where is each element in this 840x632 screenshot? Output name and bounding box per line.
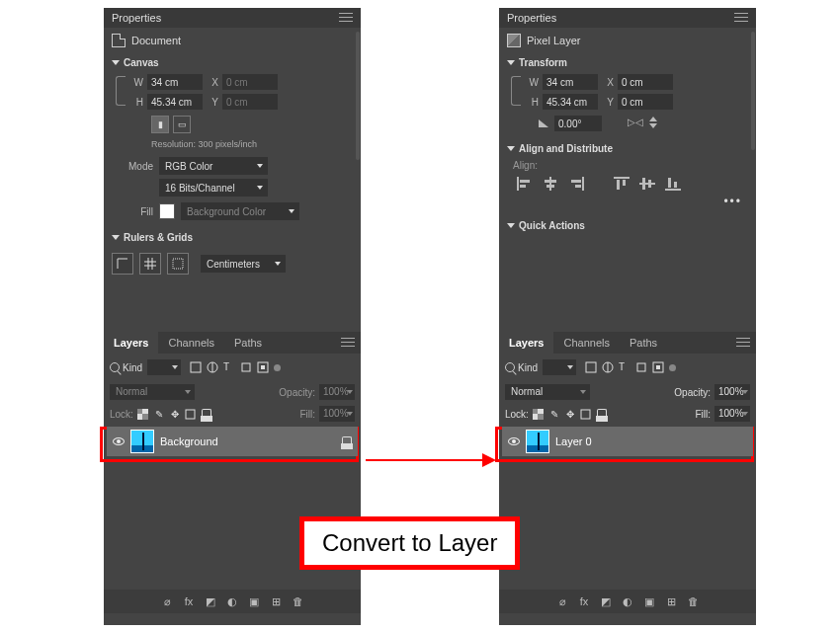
lock-paint-icon-r[interactable]: ✎ <box>548 408 560 420</box>
align-left-icon[interactable] <box>517 177 533 191</box>
align-more-button[interactable]: ••• <box>499 193 756 216</box>
layers-menu-icon[interactable] <box>341 338 355 348</box>
filter-shape-icon-r[interactable] <box>635 361 647 373</box>
angle-input[interactable] <box>554 116 602 131</box>
transform-section-toggle[interactable]: Transform <box>499 53 756 72</box>
tab-layers-r[interactable]: Layers <box>499 332 553 354</box>
align-top-icon[interactable] <box>614 177 630 191</box>
opacity-value-r[interactable]: 100% <box>714 384 750 400</box>
flip-horizontal-icon[interactable]: ▷◁ <box>628 117 641 130</box>
kind-filter[interactable]: Kind <box>110 362 142 373</box>
x-input-r[interactable] <box>618 74 673 90</box>
width-input[interactable] <box>147 74 203 90</box>
filter-type-icon[interactable]: T <box>223 361 235 373</box>
blend-mode-select[interactable]: Normal <box>110 384 195 400</box>
x-input[interactable] <box>222 74 278 90</box>
quick-actions-toggle[interactable]: Quick Actions <box>499 216 756 235</box>
filter-toggle-icon-r[interactable] <box>669 364 676 371</box>
lock-move-icon[interactable]: ✥ <box>169 408 181 420</box>
layer-row-background[interactable]: Background <box>107 427 358 456</box>
units-select[interactable]: Centimeters <box>201 255 286 273</box>
layer-name[interactable]: Background <box>160 435 336 447</box>
kind-select[interactable] <box>147 359 181 375</box>
new-layer-icon[interactable]: ⊞ <box>269 594 283 608</box>
lock-transparency-icon[interactable] <box>137 408 149 420</box>
trash-icon-r[interactable]: 🗑 <box>686 594 700 608</box>
panel-menu-icon-r[interactable] <box>734 13 748 23</box>
kind-select-r[interactable] <box>543 359 576 375</box>
link-layers-icon-r[interactable]: ⌀ <box>555 594 569 608</box>
filter-type-icon-r[interactable]: T <box>619 361 630 373</box>
filter-shape-icon[interactable] <box>240 361 252 373</box>
layer-row-0[interactable]: Layer 0 <box>502 427 753 456</box>
layer-name-r[interactable]: Layer 0 <box>555 435 747 447</box>
visibility-icon-r[interactable] <box>508 437 520 445</box>
mode-select[interactable]: RGB Color <box>159 157 268 175</box>
ruler-corner-button[interactable] <box>112 253 133 275</box>
adjustment-icon-r[interactable]: ◐ <box>621 594 634 608</box>
mask-icon[interactable]: ◩ <box>204 594 217 608</box>
align-hcenter-icon[interactable] <box>543 177 558 191</box>
blend-mode-select-r[interactable]: Normal <box>505 384 590 400</box>
tab-channels-r[interactable]: Channels <box>553 332 619 354</box>
group-icon[interactable]: ▣ <box>247 594 261 608</box>
filter-smart-icon-r[interactable] <box>652 361 664 373</box>
lock-transparency-icon-r[interactable] <box>533 408 545 420</box>
width-input-r[interactable] <box>543 74 598 90</box>
filter-toggle-icon[interactable] <box>274 364 281 371</box>
fill-opacity-value-r[interactable]: 100% <box>714 406 750 422</box>
fill-opacity-value[interactable]: 100% <box>319 406 355 422</box>
orientation-landscape-button[interactable]: ▭ <box>173 116 191 133</box>
lock-paint-icon[interactable]: ✎ <box>153 408 165 420</box>
panel-menu-icon[interactable] <box>339 13 353 23</box>
filter-smart-icon[interactable] <box>257 361 269 373</box>
link-wh-icon[interactable] <box>116 76 126 106</box>
adjustment-icon[interactable]: ◐ <box>225 594 239 608</box>
filter-adjust-icon[interactable] <box>207 361 218 373</box>
link-layers-icon[interactable]: ⌀ <box>160 594 174 608</box>
group-icon-r[interactable]: ▣ <box>642 594 656 608</box>
align-section-toggle[interactable]: Align and Distribute <box>499 139 756 158</box>
filter-adjust-icon-r[interactable] <box>602 361 614 373</box>
lock-all-icon-r[interactable] <box>596 408 608 420</box>
kind-filter-r[interactable]: Kind <box>505 362 538 373</box>
flip-vertical-icon[interactable] <box>647 117 661 130</box>
align-vcenter-icon[interactable] <box>639 177 655 191</box>
opacity-value[interactable]: 100% <box>319 384 355 400</box>
height-input-r[interactable] <box>543 94 598 110</box>
new-layer-icon-r[interactable]: ⊞ <box>664 594 678 608</box>
grid-button[interactable] <box>139 253 161 275</box>
y-input-r[interactable] <box>618 94 673 110</box>
layers-menu-icon-r[interactable] <box>736 338 750 348</box>
lock-artboard-icon-r[interactable] <box>580 408 592 420</box>
align-bottom-icon[interactable] <box>665 177 681 191</box>
fx-icon[interactable]: fx <box>182 594 196 608</box>
mask-icon-r[interactable]: ◩ <box>599 594 613 608</box>
link-wh-icon-r[interactable] <box>511 76 521 106</box>
filter-pixel-icon-r[interactable] <box>585 361 597 373</box>
layer-thumbnail-r[interactable] <box>526 430 549 453</box>
tab-channels[interactable]: Channels <box>158 332 223 354</box>
y-input[interactable] <box>222 94 278 110</box>
filter-pixel-icon[interactable] <box>190 361 202 373</box>
align-right-icon[interactable] <box>568 177 584 191</box>
guides-button[interactable] <box>167 253 189 275</box>
tab-paths-r[interactable]: Paths <box>620 332 667 354</box>
lock-all-icon[interactable] <box>201 408 212 420</box>
tab-layers[interactable]: Layers <box>104 332 158 354</box>
height-input[interactable] <box>147 94 203 110</box>
fill-select[interactable]: Background Color <box>181 202 299 220</box>
visibility-icon[interactable] <box>113 437 125 445</box>
depth-select[interactable]: 16 Bits/Channel <box>159 179 268 197</box>
layer-thumbnail[interactable] <box>130 430 154 453</box>
lock-move-icon-r[interactable]: ✥ <box>564 408 576 420</box>
lock-artboard-icon[interactable] <box>185 408 197 420</box>
fx-icon-r[interactable]: fx <box>577 594 591 608</box>
lock-icon[interactable] <box>342 436 352 446</box>
fill-swatch[interactable] <box>159 203 175 219</box>
rulers-section-toggle[interactable]: Rulers & Grids <box>104 228 361 247</box>
tab-paths[interactable]: Paths <box>224 332 272 354</box>
orientation-portrait-button[interactable]: ▮ <box>151 116 169 133</box>
canvas-section-toggle[interactable]: Canvas <box>104 53 361 72</box>
trash-icon[interactable]: 🗑 <box>291 594 304 608</box>
